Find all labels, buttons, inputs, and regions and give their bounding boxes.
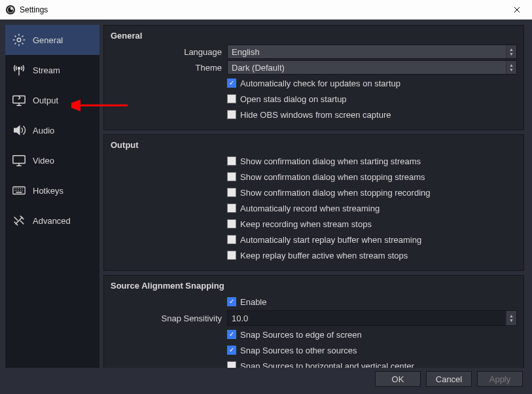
check-auto-record[interactable]: Automatically record when streaming — [227, 204, 380, 213]
svg-point-2 — [10, 7, 13, 9]
group-snapping: Source Alignment Snapping Enable Snap Se… — [103, 275, 524, 368]
titlebar: Settings — [0, 0, 532, 20]
sidebar-item-stream[interactable]: Stream — [5, 55, 99, 85]
theme-label: Theme — [111, 63, 227, 73]
check-confirm-stop-record[interactable]: Show confirmation dialog when stopping r… — [227, 188, 431, 198]
group-title: General — [111, 31, 517, 41]
app-icon — [5, 5, 16, 15]
cancel-button[interactable]: Cancel — [426, 371, 472, 387]
output-icon — [12, 93, 26, 107]
updown-icon: ▲▼ — [506, 45, 516, 58]
sidebar-item-audio[interactable]: Audio — [5, 115, 99, 145]
check-snap-center[interactable]: Snap Sources to horizontal and vertical … — [227, 361, 414, 368]
checkbox-icon — [227, 110, 236, 119]
dialog-footer: OK Cancel Apply — [0, 368, 532, 394]
sidebar-item-label: Hotkeys — [33, 186, 63, 196]
sidebar-item-label: General — [33, 35, 63, 45]
snap-sensitivity-input[interactable]: 10.0 ▲▼ — [227, 310, 517, 326]
tools-icon — [12, 213, 26, 228]
checkbox-icon — [227, 297, 236, 306]
check-snap-edge[interactable]: Snap Sources to edge of screen — [227, 330, 362, 340]
settings-content[interactable]: General Language English ▲▼ Theme Dark — [103, 25, 527, 368]
svg-point-3 — [17, 38, 21, 42]
apply-button[interactable]: Apply — [477, 371, 523, 387]
checkbox-icon — [227, 204, 236, 213]
sidebar-item-video[interactable]: Video — [5, 145, 99, 175]
checkbox-icon — [227, 219, 236, 228]
checkbox-icon — [227, 361, 236, 368]
sidebar-item-hotkeys[interactable]: Hotkeys — [5, 175, 99, 206]
broadcast-icon — [12, 63, 26, 77]
sidebar-item-label: Advanced — [33, 216, 71, 226]
check-snap-sources[interactable]: Snap Sources to other sources — [227, 346, 357, 355]
sidebar-item-label: Output — [33, 96, 58, 105]
language-select[interactable]: English ▲▼ — [227, 45, 517, 59]
check-snap-enable[interactable]: Enable — [227, 297, 266, 307]
sidebar-item-advanced[interactable]: Advanced — [5, 206, 99, 236]
sidebar-item-general[interactable]: General — [5, 25, 99, 55]
ok-button[interactable]: OK — [375, 371, 421, 387]
gear-icon — [12, 33, 26, 47]
check-keep-recording[interactable]: Keep recording when stream stops — [227, 219, 372, 229]
checkbox-icon — [227, 79, 236, 88]
check-auto-update[interactable]: Automatically check for updates on start… — [227, 79, 400, 88]
check-confirm-start-stream[interactable]: Show confirmation dialog when starting s… — [227, 156, 421, 166]
window-title: Settings — [20, 5, 48, 14]
theme-select[interactable]: Dark (Default) ▲▼ — [227, 60, 517, 75]
check-confirm-stop-stream[interactable]: Show confirmation dialog when stopping s… — [227, 172, 425, 182]
monitor-icon — [12, 153, 26, 168]
checkbox-icon — [227, 188, 236, 197]
checkbox-icon — [227, 235, 236, 244]
group-title: Output — [111, 140, 517, 150]
check-open-stats[interactable]: Open stats dialog on startup — [227, 94, 347, 104]
svg-rect-6 — [13, 156, 25, 164]
checkbox-icon — [227, 346, 236, 355]
settings-sidebar: General Stream Output Audio — [5, 25, 99, 368]
check-hide-windows[interactable]: Hide OBS windows from screen capture — [227, 110, 391, 120]
snap-sensitivity-label: Snap Sensitivity — [111, 313, 227, 323]
group-output: Output Show confirmation dialog when sta… — [103, 134, 524, 271]
updown-icon: ▲▼ — [506, 311, 516, 325]
window-close-button[interactable] — [507, 0, 527, 20]
language-label: Language — [111, 47, 227, 57]
speaker-icon — [12, 123, 26, 137]
checkbox-icon — [227, 172, 236, 181]
sidebar-item-label: Stream — [33, 65, 60, 75]
sidebar-item-label: Video — [33, 156, 54, 166]
sidebar-item-label: Audio — [33, 126, 54, 135]
group-general: General Language English ▲▼ Theme Dark — [103, 25, 524, 130]
checkbox-icon — [227, 156, 236, 166]
keyboard-icon — [12, 183, 26, 198]
check-keep-replay-buffer[interactable]: Keep replay buffer active when stream st… — [227, 251, 408, 260]
updown-icon: ▲▼ — [506, 61, 516, 74]
check-auto-replay-buffer[interactable]: Automatically start replay buffer when s… — [227, 235, 421, 245]
checkbox-icon — [227, 251, 236, 260]
sidebar-item-output[interactable]: Output — [5, 85, 99, 115]
group-title: Source Alignment Snapping — [111, 281, 517, 291]
checkbox-icon — [227, 330, 236, 339]
checkbox-icon — [227, 94, 236, 103]
